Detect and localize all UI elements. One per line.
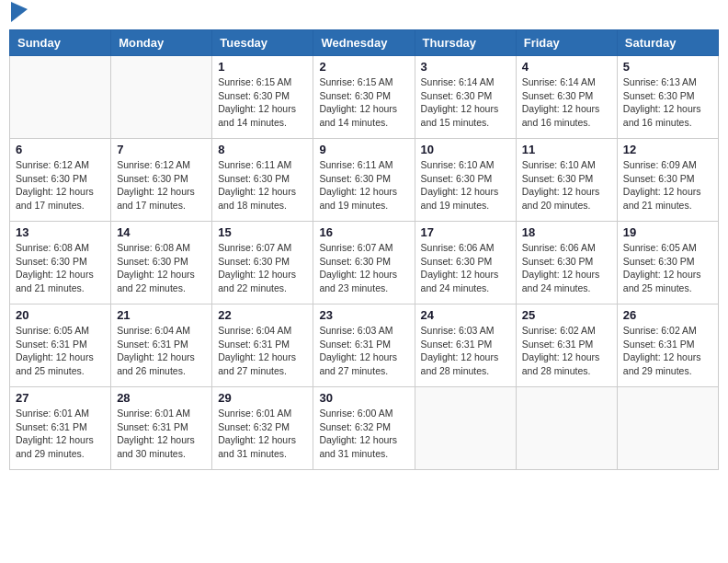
day-number: 9 — [319, 143, 408, 156]
table-row: 8Sunrise: 6:11 AM Sunset: 6:30 PM Daylig… — [212, 139, 313, 222]
day-number: 1 — [218, 60, 307, 74]
day-detail: Sunrise: 6:01 AM Sunset: 6:31 PM Dayligh… — [16, 407, 105, 461]
day-detail: Sunrise: 6:06 AM Sunset: 6:30 PM Dayligh… — [421, 241, 510, 295]
day-detail: Sunrise: 6:15 AM Sunset: 6:30 PM Dayligh… — [319, 75, 408, 130]
day-number: 24 — [421, 308, 510, 322]
day-number: 30 — [319, 391, 408, 405]
day-detail: Sunrise: 6:07 AM Sunset: 6:30 PM Dayligh… — [319, 241, 408, 295]
day-number: 28 — [117, 391, 206, 405]
day-detail: Sunrise: 6:03 AM Sunset: 6:31 PM Dayligh… — [421, 324, 510, 378]
day-detail: Sunrise: 6:15 AM Sunset: 6:30 PM Dayligh… — [218, 75, 307, 130]
day-number: 10 — [421, 143, 510, 156]
table-row: 18Sunrise: 6:06 AM Sunset: 6:30 PM Dayli… — [516, 222, 617, 304]
day-detail: Sunrise: 6:12 AM Sunset: 6:30 PM Dayligh… — [117, 158, 206, 213]
day-detail: Sunrise: 6:14 AM Sunset: 6:30 PM Dayligh… — [522, 75, 611, 130]
day-detail: Sunrise: 6:02 AM Sunset: 6:31 PM Dayligh… — [522, 324, 611, 378]
day-number: 4 — [522, 60, 611, 74]
table-row — [111, 56, 212, 139]
day-detail: Sunrise: 6:04 AM Sunset: 6:31 PM Dayligh… — [117, 324, 206, 378]
col-sunday: Sunday — [10, 30, 111, 56]
day-number: 16 — [319, 225, 408, 239]
day-detail: Sunrise: 6:04 AM Sunset: 6:31 PM Dayligh… — [218, 324, 307, 378]
day-detail: Sunrise: 6:05 AM Sunset: 6:30 PM Dayligh… — [623, 241, 712, 295]
table-row: 19Sunrise: 6:05 AM Sunset: 6:30 PM Dayli… — [617, 222, 718, 304]
day-number: 5 — [623, 60, 712, 74]
day-detail: Sunrise: 6:08 AM Sunset: 6:30 PM Dayligh… — [117, 241, 206, 295]
day-detail: Sunrise: 6:09 AM Sunset: 6:30 PM Dayligh… — [623, 158, 712, 213]
page-header — [9, 9, 719, 22]
day-number: 14 — [117, 225, 206, 239]
calendar-week-row: 27Sunrise: 6:01 AM Sunset: 6:31 PM Dayli… — [10, 387, 719, 470]
table-row: 29Sunrise: 6:01 AM Sunset: 6:32 PM Dayli… — [212, 387, 313, 470]
svg-marker-0 — [11, 2, 28, 22]
day-detail: Sunrise: 6:12 AM Sunset: 6:30 PM Dayligh… — [16, 158, 105, 213]
col-friday: Friday — [516, 30, 617, 56]
day-number: 12 — [623, 143, 712, 156]
day-number: 21 — [117, 308, 206, 322]
calendar-table: Sunday Monday Tuesday Wednesday Thursday… — [9, 29, 719, 470]
day-number: 27 — [16, 391, 105, 405]
day-detail: Sunrise: 6:03 AM Sunset: 6:31 PM Dayligh… — [319, 324, 408, 378]
day-detail: Sunrise: 6:11 AM Sunset: 6:30 PM Dayligh… — [218, 158, 307, 213]
day-detail: Sunrise: 6:10 AM Sunset: 6:30 PM Dayligh… — [421, 158, 510, 213]
logo-icon — [11, 2, 28, 22]
day-detail: Sunrise: 6:07 AM Sunset: 6:30 PM Dayligh… — [218, 241, 307, 295]
table-row — [10, 56, 111, 139]
table-row — [617, 387, 718, 470]
day-number: 15 — [218, 225, 307, 239]
table-row: 17Sunrise: 6:06 AM Sunset: 6:30 PM Dayli… — [415, 222, 516, 304]
day-number: 11 — [522, 143, 611, 156]
table-row: 23Sunrise: 6:03 AM Sunset: 6:31 PM Dayli… — [313, 304, 415, 387]
table-row: 27Sunrise: 6:01 AM Sunset: 6:31 PM Dayli… — [10, 387, 111, 470]
table-row: 6Sunrise: 6:12 AM Sunset: 6:30 PM Daylig… — [10, 139, 111, 222]
table-row: 15Sunrise: 6:07 AM Sunset: 6:30 PM Dayli… — [212, 222, 313, 304]
logo — [9, 9, 28, 22]
table-row: 7Sunrise: 6:12 AM Sunset: 6:30 PM Daylig… — [111, 139, 212, 222]
day-detail: Sunrise: 6:01 AM Sunset: 6:32 PM Dayligh… — [218, 407, 307, 461]
day-detail: Sunrise: 6:01 AM Sunset: 6:31 PM Dayligh… — [117, 407, 206, 461]
table-row: 12Sunrise: 6:09 AM Sunset: 6:30 PM Dayli… — [617, 139, 718, 222]
col-monday: Monday — [111, 30, 212, 56]
day-detail: Sunrise: 6:08 AM Sunset: 6:30 PM Dayligh… — [16, 241, 105, 295]
col-wednesday: Wednesday — [313, 30, 415, 56]
table-row — [415, 387, 516, 470]
col-saturday: Saturday — [617, 30, 718, 56]
day-number: 18 — [522, 225, 611, 239]
table-row: 9Sunrise: 6:11 AM Sunset: 6:30 PM Daylig… — [313, 139, 415, 222]
calendar-week-row: 13Sunrise: 6:08 AM Sunset: 6:30 PM Dayli… — [10, 222, 719, 304]
day-detail: Sunrise: 6:02 AM Sunset: 6:31 PM Dayligh… — [623, 324, 712, 378]
day-detail: Sunrise: 6:05 AM Sunset: 6:31 PM Dayligh… — [16, 324, 105, 378]
day-number: 26 — [623, 308, 712, 322]
table-row: 20Sunrise: 6:05 AM Sunset: 6:31 PM Dayli… — [10, 304, 111, 387]
table-row: 14Sunrise: 6:08 AM Sunset: 6:30 PM Dayli… — [111, 222, 212, 304]
table-row: 30Sunrise: 6:00 AM Sunset: 6:32 PM Dayli… — [313, 387, 415, 470]
day-number: 19 — [623, 225, 712, 239]
day-number: 17 — [421, 225, 510, 239]
table-row: 3Sunrise: 6:14 AM Sunset: 6:30 PM Daylig… — [415, 56, 516, 139]
table-row: 21Sunrise: 6:04 AM Sunset: 6:31 PM Dayli… — [111, 304, 212, 387]
day-detail: Sunrise: 6:14 AM Sunset: 6:30 PM Dayligh… — [421, 75, 510, 130]
calendar-week-row: 1Sunrise: 6:15 AM Sunset: 6:30 PM Daylig… — [10, 56, 719, 139]
day-number: 25 — [522, 308, 611, 322]
table-row: 13Sunrise: 6:08 AM Sunset: 6:30 PM Dayli… — [10, 222, 111, 304]
table-row — [516, 387, 617, 470]
table-row: 25Sunrise: 6:02 AM Sunset: 6:31 PM Dayli… — [516, 304, 617, 387]
day-number: 29 — [218, 391, 307, 405]
day-detail: Sunrise: 6:11 AM Sunset: 6:30 PM Dayligh… — [319, 158, 408, 213]
day-number: 22 — [218, 308, 307, 322]
day-number: 13 — [16, 225, 105, 239]
day-number: 3 — [421, 60, 510, 74]
table-row: 2Sunrise: 6:15 AM Sunset: 6:30 PM Daylig… — [313, 56, 415, 139]
day-detail: Sunrise: 6:10 AM Sunset: 6:30 PM Dayligh… — [522, 158, 611, 213]
day-number: 20 — [16, 308, 105, 322]
table-row: 24Sunrise: 6:03 AM Sunset: 6:31 PM Dayli… — [415, 304, 516, 387]
calendar-week-row: 6Sunrise: 6:12 AM Sunset: 6:30 PM Daylig… — [10, 139, 719, 222]
col-thursday: Thursday — [415, 30, 516, 56]
table-row: 28Sunrise: 6:01 AM Sunset: 6:31 PM Dayli… — [111, 387, 212, 470]
day-detail: Sunrise: 6:06 AM Sunset: 6:30 PM Dayligh… — [522, 241, 611, 295]
day-number: 2 — [319, 60, 408, 74]
table-row: 4Sunrise: 6:14 AM Sunset: 6:30 PM Daylig… — [516, 56, 617, 139]
day-detail: Sunrise: 6:00 AM Sunset: 6:32 PM Dayligh… — [319, 407, 408, 461]
table-row: 26Sunrise: 6:02 AM Sunset: 6:31 PM Dayli… — [617, 304, 718, 387]
table-row: 16Sunrise: 6:07 AM Sunset: 6:30 PM Dayli… — [313, 222, 415, 304]
